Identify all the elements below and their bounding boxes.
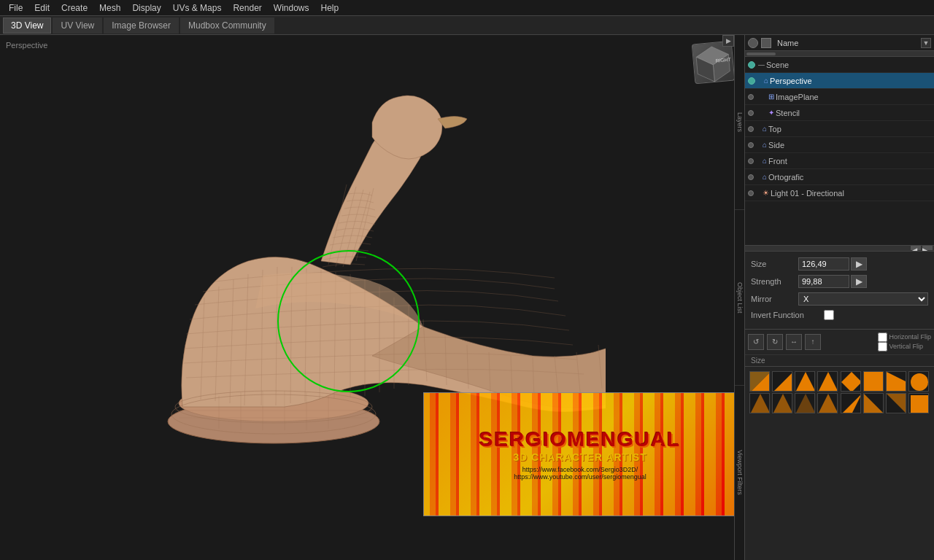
menu-display[interactable]: Display — [126, 1, 166, 15]
svg-point-54 — [911, 373, 928, 391]
main-area: Perspective RIGHT — [0, 35, 934, 560]
svg-marker-55 — [750, 394, 770, 413]
object-list-tab[interactable]: Object List — [735, 210, 744, 385]
properties-panel: Size ▶ Strength ▶ Mirror X Y Z None — [745, 251, 934, 329]
panel-controls: Name ▼ — [745, 35, 934, 51]
size-panel-row: Size — [745, 354, 934, 366]
flip-h-btn[interactable]: ↔ — [786, 334, 802, 350]
tree-item-front[interactable]: ⌂ Front — [745, 153, 934, 169]
nav-cube-inner[interactable]: RIGHT — [692, 41, 736, 85]
tree-scroll-top[interactable] — [745, 51, 934, 57]
undo-btn[interactable]: ↺ — [748, 334, 764, 350]
stamp-2[interactable] — [772, 371, 792, 392]
stamp-area — [745, 366, 934, 561]
watermark: SERGIOMENGUAL 3D CHARACTER ARTIST https:… — [423, 392, 737, 516]
tree-item-perspective[interactable]: ⌂ Perspective — [745, 73, 934, 89]
svg-marker-48 — [773, 372, 792, 392]
tree-item-top[interactable]: ⌂ Top — [745, 121, 934, 137]
invert-label: Invert Function — [751, 311, 824, 319]
stamp-10[interactable] — [772, 393, 792, 413]
tab-mudbox-community[interactable]: Mudbox Community — [180, 18, 274, 34]
vertical-flip-checkbox[interactable] — [878, 342, 887, 351]
size-label: Size — [751, 260, 798, 268]
svg-marker-60 — [864, 394, 884, 413]
menu-bar: File Edit Create Mesh Display UVs & Maps… — [0, 0, 934, 16]
strength-label: Strength — [751, 277, 798, 286]
size-input[interactable] — [798, 257, 849, 271]
scroll-right-btn[interactable]: ▶ — [922, 246, 933, 250]
stamp-1[interactable] — [749, 371, 770, 392]
tab-3d-view[interactable]: 3D View — [3, 18, 51, 34]
redo-btn[interactable]: ↻ — [767, 334, 783, 350]
stamp-grid — [748, 370, 931, 415]
menu-mesh[interactable]: Mesh — [93, 1, 126, 15]
strength-adjust-btn[interactable]: ▶ — [851, 275, 867, 288]
menu-edit[interactable]: Edit — [28, 1, 55, 15]
stamp-5[interactable] — [841, 371, 861, 392]
tree-item-scene[interactable]: — Scene — [745, 57, 934, 73]
viewport-filters-tab[interactable]: Viewport Filters — [735, 386, 744, 560]
stamp-9[interactable] — [749, 393, 770, 413]
menu-create[interactable]: Create — [55, 1, 93, 15]
size-adjust-btn[interactable]: ▶ — [851, 257, 867, 271]
svg-marker-61 — [887, 394, 906, 413]
tree-item-side[interactable]: ⌂ Side — [745, 137, 934, 153]
horizontal-flip-label: Horizontal Flip — [878, 332, 931, 342]
stamp-3[interactable] — [795, 371, 815, 392]
mirror-row: Mirror X Y Z None — [751, 292, 928, 306]
tab-image-browser[interactable]: Image Browser — [104, 18, 179, 34]
menu-windows[interactable]: Windows — [268, 1, 315, 15]
panel-menu-btn[interactable]: ▼ — [921, 38, 931, 48]
right-side-tabs: Layers Object List Viewport Filters — [734, 35, 744, 560]
svg-marker-53 — [887, 372, 906, 392]
tree-item-imageplane[interactable]: ⊞ ImagePlane — [745, 89, 934, 105]
horizontal-flip-checkbox[interactable] — [878, 332, 887, 342]
menu-render[interactable]: Render — [227, 1, 267, 15]
nav-cube[interactable]: RIGHT — [693, 42, 737, 86]
svg-marker-57 — [795, 394, 815, 413]
stamp-8[interactable] — [908, 371, 929, 392]
eye-toggle-scene[interactable] — [748, 38, 758, 48]
stamp-4[interactable] — [817, 371, 838, 392]
viewport[interactable]: Perspective RIGHT — [0, 35, 744, 560]
scroll-left-btn[interactable]: ◀ — [911, 246, 921, 250]
svg-rect-52 — [864, 372, 884, 392]
panel-name-header: Name — [774, 39, 918, 47]
mirror-select[interactable]: X Y Z None — [798, 292, 928, 306]
vertical-flip-label: Vertical Flip — [878, 342, 931, 351]
layers-tab[interactable]: Layers — [735, 35, 744, 210]
stamp-7[interactable] — [886, 371, 906, 392]
tab-bar: 3D View UV View Image Browser Mudbox Com… — [0, 16, 934, 35]
size-row: Size ▶ — [751, 257, 928, 271]
tree-item-ortografic[interactable]: ⌂ Ortografic — [745, 169, 934, 185]
svg-marker-56 — [773, 394, 792, 413]
menu-help[interactable]: Help — [315, 1, 345, 15]
svg-marker-51 — [841, 372, 861, 392]
tree-item-stencil[interactable]: ✦ Stencil — [745, 105, 934, 121]
svg-marker-50 — [818, 372, 838, 392]
strength-input[interactable] — [798, 275, 849, 288]
lock-toggle[interactable] — [761, 38, 771, 48]
invert-checkbox[interactable] — [824, 310, 834, 320]
stamp-15[interactable] — [886, 393, 906, 413]
perspective-label: Perspective — [6, 41, 47, 50]
right-panel: Name ▼ — Scene ⌂ Perspective — [744, 35, 934, 560]
mirror-label: Mirror — [751, 295, 798, 303]
invert-row: Invert Function — [751, 310, 928, 320]
tab-uv-view[interactable]: UV View — [53, 18, 102, 34]
strength-row: Strength ▶ — [751, 275, 928, 288]
stamp-11[interactable] — [795, 393, 815, 413]
stamp-14[interactable] — [863, 393, 884, 413]
stamp-13[interactable] — [841, 393, 861, 413]
menu-file[interactable]: File — [3, 1, 28, 15]
tree-item-light01[interactable]: ☀ Light 01 - Directional — [745, 185, 934, 201]
export-btn[interactable]: ↑ — [805, 334, 821, 350]
stamp-16[interactable] — [908, 393, 929, 413]
svg-rect-62 — [911, 395, 928, 413]
panel-collapse-btn[interactable]: ▶ — [722, 35, 734, 47]
stamp-12[interactable] — [817, 393, 838, 413]
tree-scroll-bottom: ◀ ▶ — [745, 245, 934, 251]
stamp-6[interactable] — [863, 371, 884, 392]
menu-uvs-maps[interactable]: UVs & Maps — [167, 1, 228, 15]
svg-marker-59 — [841, 394, 861, 413]
